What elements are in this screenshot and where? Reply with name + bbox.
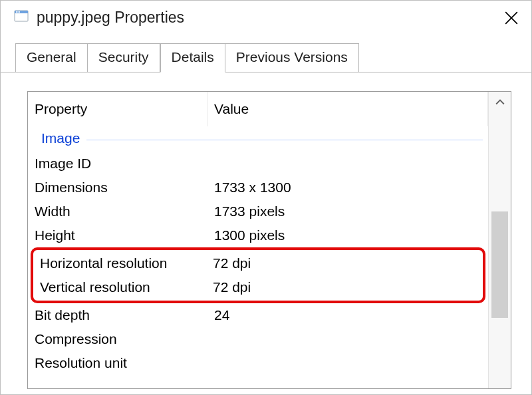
value-bit-depth: 24 — [214, 307, 488, 323]
svg-rect-3 — [19, 11, 21, 13]
tab-general[interactable]: General — [15, 43, 88, 72]
row-width[interactable]: Width 1733 pixels — [28, 199, 488, 223]
label-width: Width — [35, 203, 214, 219]
section-divider — [86, 140, 483, 140]
details-content: Property Value Image Image ID Dimensions… — [1, 72, 531, 394]
section-image-label: Image — [41, 130, 80, 146]
row-bit-depth[interactable]: Bit depth 24 — [28, 303, 488, 327]
svg-rect-2 — [16, 11, 18, 13]
close-button[interactable] — [498, 5, 525, 31]
annotation-highlight: Horizontal resolution 72 dpi Vertical re… — [31, 247, 485, 303]
label-vertical-resolution: Vertical resolution — [40, 279, 213, 295]
tab-previous-versions[interactable]: Previous Versions — [225, 43, 359, 72]
grid-header: Property Value — [28, 92, 488, 126]
value-vertical-resolution: 72 dpi — [213, 279, 483, 295]
value-dimensions: 1733 x 1300 — [214, 180, 488, 196]
scroll-thumb[interactable] — [491, 211, 508, 318]
file-icon — [14, 9, 30, 22]
row-compression[interactable]: Compression — [28, 327, 488, 351]
scroll-up-button[interactable] — [489, 92, 511, 112]
row-height[interactable]: Height 1300 pixels — [28, 223, 488, 247]
value-height: 1300 pixels — [214, 227, 488, 243]
properties-panel: Property Value Image Image ID Dimensions… — [27, 91, 511, 389]
scroll-track[interactable] — [489, 112, 511, 388]
label-image-id: Image ID — [35, 156, 214, 172]
scrollbar[interactable] — [488, 92, 511, 388]
titlebar: puppy.jpeg Properties — [1, 1, 531, 43]
header-property[interactable]: Property — [28, 92, 207, 126]
tabs: General Security Details Previous Versio… — [1, 43, 531, 72]
properties-dialog: puppy.jpeg Properties General Security D… — [0, 0, 532, 395]
value-compression — [214, 331, 488, 347]
row-dimensions[interactable]: Dimensions 1733 x 1300 — [28, 176, 488, 199]
value-width: 1733 pixels — [214, 203, 488, 219]
label-compression: Compression — [35, 331, 214, 347]
row-horizontal-resolution[interactable]: Horizontal resolution 72 dpi — [37, 251, 483, 275]
row-image-id[interactable]: Image ID — [28, 152, 488, 176]
section-image: Image — [28, 126, 488, 152]
value-resolution-unit — [214, 355, 488, 371]
properties-grid: Property Value Image Image ID Dimensions… — [28, 92, 488, 388]
label-dimensions: Dimensions — [35, 180, 214, 196]
header-value[interactable]: Value — [207, 92, 488, 126]
value-horizontal-resolution: 72 dpi — [213, 255, 483, 271]
label-resolution-unit: Resolution unit — [35, 355, 214, 371]
row-vertical-resolution[interactable]: Vertical resolution 72 dpi — [37, 275, 483, 299]
row-resolution-unit[interactable]: Resolution unit — [28, 351, 488, 375]
tab-security[interactable]: Security — [88, 43, 160, 72]
label-horizontal-resolution: Horizontal resolution — [40, 255, 213, 271]
tab-details[interactable]: Details — [160, 43, 225, 72]
label-height: Height — [35, 227, 214, 243]
window-title: puppy.jpeg Properties — [37, 9, 498, 27]
value-image-id — [214, 156, 488, 172]
label-bit-depth: Bit depth — [35, 307, 214, 323]
